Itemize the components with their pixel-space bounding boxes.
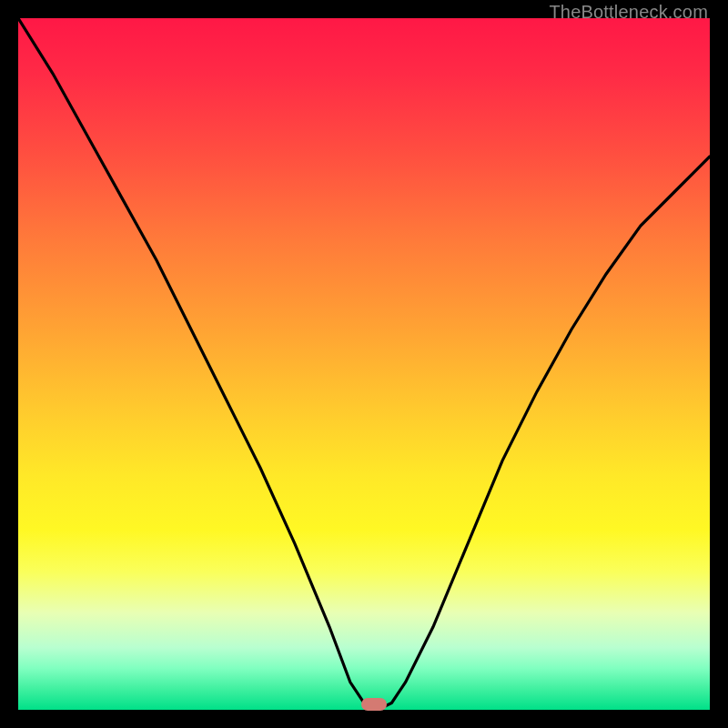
- chart-plot-area: [18, 18, 710, 710]
- optimal-point-marker: [361, 698, 387, 711]
- watermark-text: TheBottleneck.com: [549, 2, 708, 23]
- bottleneck-curve: [18, 18, 710, 710]
